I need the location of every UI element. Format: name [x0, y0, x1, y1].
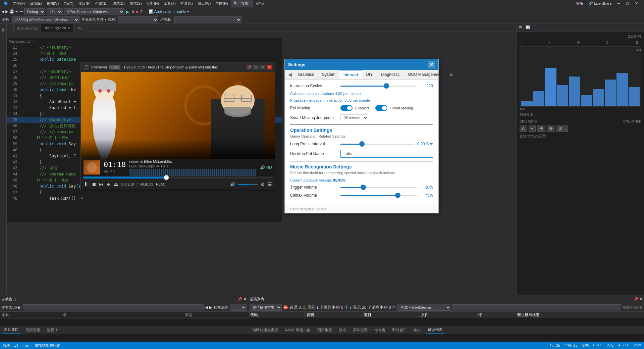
tab-auto-window[interactable]: 自动窗口: [2, 327, 21, 334]
menu-window[interactable]: 窗口(W): [196, 0, 213, 7]
share-btn[interactable]: 🔗 Live Share: [586, 1, 614, 6]
menu-view[interactable]: 视图(V): [45, 0, 61, 7]
tab-call-stack[interactable]: 调用堆栈: [315, 327, 334, 333]
stack-select[interactable]: [174, 16, 241, 23]
search-nav-fwd[interactable]: ▶: [209, 305, 212, 310]
toolbar-undo[interactable]: ↩: [15, 9, 18, 14]
menu-tools[interactable]: 工具(T): [162, 0, 178, 7]
long-press-slider[interactable]: [340, 144, 415, 145]
pet-moving-enabled-toggle[interactable]: [340, 105, 353, 111]
menu-test[interactable]: 测试(S): [127, 0, 144, 7]
settings-tab-next[interactable]: ▶: [448, 70, 456, 79]
climax-volume-slider[interactable]: [340, 195, 417, 196]
col-description[interactable]: 说明: [305, 312, 362, 318]
menu-file[interactable]: 文件(F): [11, 0, 27, 7]
settings-tab-graphics[interactable]: Graphics: [294, 70, 318, 79]
diag-search-icon[interactable]: 🔍: [519, 26, 523, 29]
tab-other[interactable]: M...: [74, 24, 87, 32]
menu-search[interactable]: 🔍 搜索: [231, 0, 253, 7]
stop-btn[interactable]: ■: [136, 10, 138, 14]
smart-moving-dropdown[interactable]: 20 minute 30 minute 10 minute: [340, 114, 368, 121]
process-select[interactable]: [35336] VPet-Simulator.Window: [12, 16, 79, 23]
menu-git[interactable]: Git(G): [61, 1, 75, 6]
col-suppress[interactable]: 禁止显示状态: [515, 312, 644, 318]
diag-chart-icon[interactable]: 📊: [526, 26, 530, 29]
tab-accessibility[interactable]: 辅助功能检查器: [250, 327, 280, 333]
diag-btn-y[interactable]: Y: [529, 126, 536, 132]
menu-project[interactable]: 项目(P): [76, 0, 93, 7]
toolbar-back[interactable]: ◀: [1, 9, 4, 14]
potplayer-close-btn[interactable]: ✕: [267, 65, 272, 69]
tab-watch[interactable]: 监视 1: [45, 327, 59, 333]
prev-btn[interactable]: ⏮: [99, 182, 104, 187]
tab-command[interactable]: 命令窗: [372, 327, 387, 333]
stop-btn[interactable]: ⏹: [92, 182, 96, 187]
tab-close-icon[interactable]: ✕: [67, 26, 70, 30]
settings-tab-diy[interactable]: DIY: [362, 70, 377, 79]
trigger-volume-thumb[interactable]: [361, 185, 366, 190]
tab-xaml-binding[interactable]: XAML 绑定失败: [283, 327, 313, 333]
potplayer-pin-btn[interactable]: 📌: [247, 65, 252, 69]
tab-breakpoints[interactable]: 断点: [337, 327, 348, 333]
interaction-cycles-slider[interactable]: [340, 86, 417, 87]
panel-pin-icon[interactable]: 📌: [237, 297, 242, 301]
settings-tab-prev[interactable]: ◀: [286, 70, 294, 79]
col-project[interactable]: 项目: [362, 312, 419, 318]
trigger-volume-slider[interactable]: [340, 187, 417, 188]
tab-error-list[interactable]: 错误列表: [426, 327, 444, 334]
settings-icon[interactable]: ⚙: [261, 182, 265, 187]
tab-locals[interactable]: 局部变量: [23, 327, 42, 333]
potplayer-minimize-btn[interactable]: ─: [253, 65, 259, 69]
menu-edit[interactable]: 编辑(E): [28, 0, 44, 7]
search-nav-back[interactable]: ◀: [205, 305, 208, 310]
interaction-cycles-thumb[interactable]: [384, 83, 389, 89]
scope-select[interactable]: 整个解决方案: [250, 304, 282, 311]
error-search-input[interactable]: [452, 304, 621, 310]
toolbar-redo[interactable]: ↪: [20, 9, 23, 14]
application-insights[interactable]: 📊 Application Insights ▾: [149, 9, 189, 14]
search-input[interactable]: [23, 304, 204, 310]
close-icon[interactable]: ✕: [632, 1, 641, 6]
col-code[interactable]: 代码: [248, 312, 305, 318]
target-select[interactable]: VPet-Simulator.Windows: [64, 8, 124, 15]
diag-btn-special[interactable]: 专: [547, 126, 555, 132]
diag-btn-fast[interactable]: 快: [537, 126, 545, 132]
menu-icon[interactable]: ☰: [268, 182, 272, 187]
diag-btn-etc[interactable]: 参...: [556, 126, 568, 132]
menu-debug[interactable]: 调试(D): [110, 0, 127, 7]
eject-btn[interactable]: ⏏: [114, 182, 118, 187]
seek-handle[interactable]: [164, 175, 169, 180]
error-panel-close[interactable]: ✕: [640, 297, 643, 301]
potplayer-maximize-btn[interactable]: □: [260, 65, 265, 69]
menu-help[interactable]: 帮助(H): [213, 0, 230, 7]
toolbar-forward[interactable]: ▶: [5, 9, 8, 14]
diag-btn-g[interactable]: G: [520, 126, 527, 132]
play-pause-btn[interactable]: ⏸: [84, 181, 89, 187]
thread-select[interactable]: [118, 16, 158, 23]
next-btn[interactable]: ⏭: [106, 182, 111, 187]
panel-close-icon[interactable]: ✕: [244, 297, 247, 301]
search-depth-select[interactable]: [230, 304, 247, 311]
settings-tab-diagnostic[interactable]: Diagnostic: [377, 70, 404, 79]
menu-extensions[interactable]: 扩展(X): [178, 0, 195, 7]
smart-moving-toggle[interactable]: [375, 105, 387, 111]
tab-immediate[interactable]: 即时窗口: [390, 327, 409, 333]
settings-tab-interact[interactable]: Interact: [339, 70, 362, 79]
toolbar-save[interactable]: 💾: [9, 9, 14, 14]
volume-slider[interactable]: [238, 184, 258, 185]
tab-main-logic[interactable]: MainLogic.cs ✕: [41, 24, 74, 32]
maximize-icon[interactable]: □: [624, 1, 631, 6]
settings-close-btn[interactable]: ✕: [428, 61, 435, 68]
settings-tab-mod[interactable]: MOD Managemen...: [404, 70, 448, 79]
menu-analyze[interactable]: 分析(N): [145, 0, 161, 7]
step-over[interactable]: →: [144, 10, 148, 14]
menu-build[interactable]: 生成(B): [93, 0, 110, 7]
col-line[interactable]: 行: [476, 312, 515, 318]
tab-exception-settings[interactable]: 异常设置: [351, 327, 370, 333]
minimize-icon[interactable]: ─: [614, 1, 623, 6]
col-file[interactable]: 文件: [419, 312, 476, 318]
pause-btn[interactable]: ⏸: [131, 10, 135, 14]
seek-bar[interactable]: [83, 177, 273, 179]
run-btn[interactable]: ▶: [126, 9, 129, 14]
desktop-pet-name-input[interactable]: [340, 150, 433, 158]
